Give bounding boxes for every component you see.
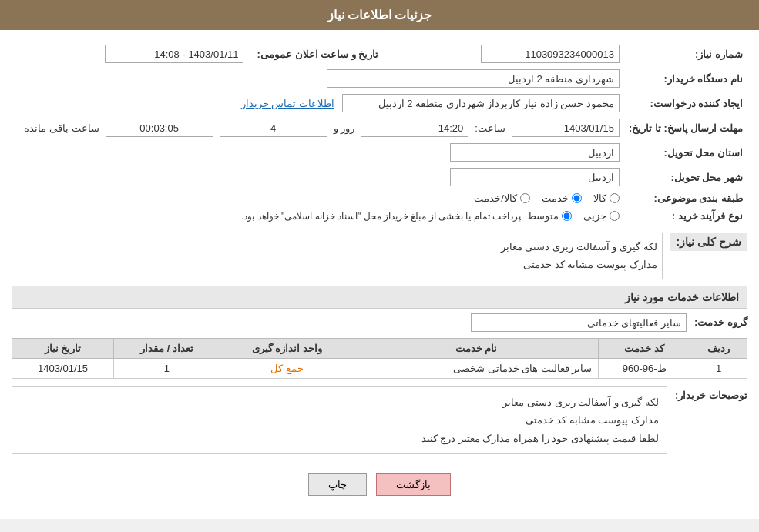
mohlat-saaat-input[interactable]: 00:03:05 — [106, 119, 213, 137]
ostan-input[interactable]: اردبیل — [450, 143, 620, 162]
page-title: جزئیات اطلاعات نیاز — [327, 8, 432, 22]
tabaqe-kala-item[interactable]: کالا — [593, 192, 620, 204]
col-radif: ردیف — [690, 338, 747, 358]
shomara-niaz-label: شماره نیاز: — [624, 42, 747, 66]
tabaqe-label: طبقه بندی موضوعی: — [624, 189, 747, 207]
tabaqe-kala-radio[interactable] — [610, 193, 620, 203]
tabaqe-khadamat-label: خدمت — [542, 192, 569, 204]
mohlat-rooz-input[interactable]: 4 — [220, 119, 327, 137]
nooe-group: جزیی متوسط — [527, 210, 620, 222]
print-button[interactable]: چاپ — [308, 473, 367, 496]
shomara-niaz-input[interactable]: 1103093234000013 — [481, 45, 620, 63]
group-khadamat-label: گروه خدمت: — [694, 316, 747, 328]
shomara-niaz-value: 1103093234000013 — [387, 42, 623, 66]
mohlat-time-label: ساعت: — [475, 122, 505, 134]
nooe-motavaset-item[interactable]: متوسط — [527, 210, 572, 222]
tabaqe-group: کالا خدمت کالا/خدمت — [16, 192, 620, 204]
ijad-konande-label: ایجاد کننده درخواست: — [624, 91, 747, 115]
toseehat-label: توصیحات خریدار: — [675, 386, 747, 401]
payment-note: پرداخت تمام یا بخشی از مبلغ خریداز محل "… — [241, 211, 521, 222]
sharh-niaz-line2: مدارک پیوست مشابه کد خدمتی — [17, 256, 657, 273]
sharh-niaz-line1: لکه گیری و آسفالت ریزی دستی معابر — [17, 238, 657, 256]
page-header: جزئیات اطلاعات نیاز — [0, 0, 759, 30]
mohlat-saaat-label: ساعت باقی مانده — [24, 122, 99, 134]
ostan-label: استان محل تحویل: — [624, 140, 747, 165]
nooe-jozi-label: جزیی — [583, 210, 606, 222]
table-row: 1 ط-96-960 سایر فعالیت های خدماتی شخصی ج… — [12, 358, 747, 378]
row-kod: ط-96-960 — [599, 358, 690, 378]
toseehat-line3: لطفا قیمت پیشنهادی خود را همراه مدارک مع… — [20, 430, 659, 447]
main-info-table: شماره نیاز: 1103093234000013 تاریخ و ساع… — [12, 42, 747, 225]
toseehat-section: توصیحات خریدار: لکه گیری و آسفالت ریزی د… — [12, 386, 747, 454]
nooe-label: نوع فرآیند خرید : — [624, 207, 747, 225]
sharh-niaz-section: شرح کلی نیاز: لکه گیری و آسفالت ریزی دست… — [12, 233, 747, 279]
row-radif: 1 — [690, 358, 747, 378]
khadamat-section-title: اطلاعات خدمات مورد نیاز — [12, 286, 747, 309]
toseehat-line1: لکه گیری و آسفالت ریزی دستی معابر — [20, 393, 659, 411]
tabaqe-khadamat-radio[interactable] — [572, 193, 582, 203]
services-table: ردیف کد خدمت نام خدمت واحد اندازه گیری ت… — [12, 338, 747, 379]
toseehat-line2: مدارک پیوست مشابه کد خدمتی — [20, 411, 659, 429]
naam-dastgah-label: نام دستگاه خریدار: — [624, 66, 747, 91]
tarikh-ilan-label: تاریخ و ساعت اعلان عمومی: — [248, 42, 387, 66]
mohlat-time-input[interactable]: 14:20 — [361, 119, 468, 137]
shahr-input[interactable]: اردبیل — [450, 168, 620, 186]
bottom-buttons: بازگشت چاپ — [12, 462, 747, 507]
col-vahed: واحد اندازه گیری — [220, 338, 354, 358]
ijad-konande-input[interactable]: محمود حسن زاده نیار کاربرداز شهرداری منط… — [342, 94, 620, 112]
tarikh-ilan-value: 1403/01/11 - 14:08 — [12, 42, 248, 66]
col-kod: کد خدمت — [599, 338, 690, 358]
tabaqe-kala-khadamat-label: کالا/خدمت — [474, 192, 517, 204]
col-tedaad: تعداد / مقدار — [113, 338, 220, 358]
tabaqe-kala-khadamat-item[interactable]: کالا/خدمت — [474, 192, 530, 204]
col-tarikh: تاریخ نیاز — [12, 338, 114, 358]
row-naam: سایر فعالیت های خدماتی شخصی — [354, 358, 598, 378]
tabaqe-kala-label: کالا — [593, 192, 606, 204]
back-button[interactable]: بازگشت — [376, 473, 451, 496]
naam-dastgah-input[interactable]: شهرداری منطقه 2 اردبیل — [327, 69, 620, 88]
ettelaat-link[interactable]: اطلاعات تماس خریدار — [241, 98, 334, 109]
row-tarikh: 1403/01/15 — [12, 358, 114, 378]
group-khadamat-input[interactable]: سایر فعالیتهای خدماتی — [471, 313, 687, 332]
row-vahed: جمع کل — [220, 358, 354, 378]
row-tedaad: 1 — [113, 358, 220, 378]
group-khadamat-row: گروه خدمت: سایر فعالیتهای خدماتی — [12, 313, 747, 332]
tabaqe-khadamat-item[interactable]: خدمت — [542, 192, 582, 204]
mohlat-label: مهلت ارسال پاسخ: تا تاریخ: — [624, 115, 747, 140]
tarikh-ilan-input[interactable]: 1403/01/11 - 14:08 — [105, 45, 243, 63]
mohlat-date-input[interactable]: 1403/01/15 — [512, 119, 620, 137]
sharh-niaz-label: شرح کلی نیاز: — [670, 233, 747, 251]
nooe-motavaset-label: متوسط — [527, 210, 559, 222]
tabaqe-kala-khadamat-radio[interactable] — [520, 193, 530, 203]
col-naam: نام خدمت — [354, 338, 598, 358]
nooe-jozi-radio[interactable] — [610, 211, 620, 221]
sharh-niaz-content: لکه گیری و آسفالت ریزی دستی معابر مدارک … — [12, 233, 663, 279]
shahr-label: شهر محل تحویل: — [624, 165, 747, 189]
nooe-jozi-item[interactable]: جزیی — [583, 210, 620, 222]
mohlat-rooz-label: روز و — [334, 122, 355, 134]
nooe-motavaset-radio[interactable] — [562, 211, 572, 221]
toseehat-content: لکه گیری و آسفالت ریزی دستی معابر مدارک … — [12, 386, 667, 454]
